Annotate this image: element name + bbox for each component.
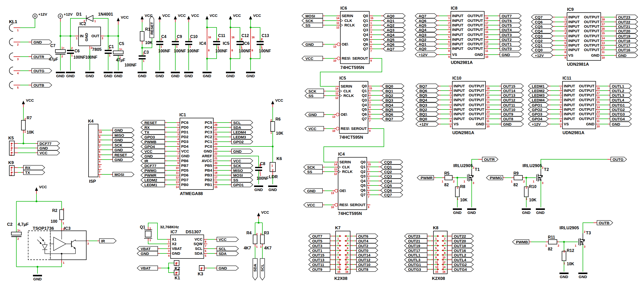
net-flag-label: PWMG: [490, 176, 502, 180]
gnd-label: GND: [138, 74, 146, 78]
pin-number: 15: [602, 32, 605, 35]
text-label: 1: [24, 130, 26, 133]
net-flag-label: CQ4: [384, 179, 392, 183]
gnd-label: GND: [268, 188, 277, 192]
vcc-arrow: [257, 213, 260, 216]
pin-name: INPUT: [564, 117, 575, 121]
text-label: C2: [7, 222, 13, 227]
capacitor-polarized-plate: [11, 232, 21, 235]
gnd-label: GND: [560, 275, 568, 279]
pin-name: Q7: [362, 117, 367, 121]
pin-number: 1: [565, 18, 566, 21]
text-label: 100NF: [259, 49, 271, 53]
net-flag-label: OUTG4: [454, 267, 467, 272]
pin-number: 14: [336, 17, 340, 20]
net-flag-label: VCC: [233, 159, 241, 163]
text-label: 2: [63, 228, 64, 231]
net-flag-label: CQ1: [384, 165, 392, 169]
pin-number: 1: [17, 29, 19, 32]
capacitor-plate: [257, 41, 264, 42]
net-flag-label: OUTL4: [454, 258, 466, 262]
pin-name: INPUT: [454, 93, 465, 97]
net-flag-label: AQ5: [419, 23, 426, 27]
pin-number: 1: [435, 237, 437, 240]
text-label: 8: [231, 49, 233, 52]
pin-name: OUTPUT: [579, 112, 594, 116]
cap-pin-number: 1+: [17, 229, 21, 232]
net-flag-label: CQ3: [535, 34, 543, 38]
pin-number: 15: [369, 87, 372, 90]
net-flag-label: OUT5: [502, 23, 512, 27]
net-flag-label: OUTL3: [408, 258, 420, 262]
net-flag-label: GPO2: [532, 107, 542, 112]
gnd-label: GND: [66, 74, 75, 78]
resistor-body: [60, 210, 64, 220]
pin-number: 13: [331, 192, 334, 195]
vcc-label: VCC: [121, 15, 129, 19]
ic-subtitle: UDN2981A: [567, 62, 589, 67]
pin-number: 10: [176, 166, 179, 169]
vcc-label: VCC: [253, 13, 261, 18]
pin-name: OUTPUT: [579, 98, 594, 102]
pin-number: 19: [214, 166, 217, 169]
net-flag-label: OUTG: [613, 157, 623, 162]
pin-number: 4: [369, 106, 371, 109]
junction-dot: [457, 177, 458, 179]
pin-number: 10: [333, 59, 336, 62]
text-label: R9: [513, 171, 519, 175]
net-flag-label: +12V: [535, 53, 544, 58]
pin-number: 6: [450, 110, 451, 113]
pin-number: 8: [560, 120, 561, 123]
pin-number: 2: [450, 91, 451, 94]
pin-name: IN: [80, 34, 84, 38]
pin-name: GND: [181, 154, 190, 158]
pin-name: OUTPUT: [469, 107, 484, 111]
gnd-symbol: [226, 72, 235, 73]
pin-number: 2: [177, 128, 179, 131]
p12v-label: +12V: [64, 12, 72, 16]
pin-name: PC4: [205, 125, 212, 129]
pin-name: SEROUT: [351, 126, 367, 131]
pin-number: 16: [442, 270, 446, 273]
net-flag-label: AQ1: [387, 19, 394, 23]
net-flag-label: OUT14: [503, 89, 515, 93]
gnd-symbol: [138, 72, 147, 73]
net-flag-label: CQ5: [535, 24, 543, 29]
net-flag-label: RX: [144, 125, 150, 130]
pin-number: 10: [602, 56, 605, 59]
text-label: C1: [109, 45, 114, 49]
pin-number: 3: [99, 165, 100, 168]
pin-name: CLK: [342, 165, 350, 169]
resistor-body: [140, 31, 144, 41]
net-flag-label: OUT1: [312, 248, 322, 253]
net-flag-label: GND: [308, 113, 317, 117]
pin-name: INPUT: [568, 39, 580, 43]
pin-name: OUTPUT: [579, 84, 594, 88]
pin-name: OUTPUT: [584, 24, 599, 28]
pin-number: 3: [450, 96, 451, 99]
pin-name: INPUT: [454, 88, 465, 93]
capacitor-plate: [236, 44, 244, 45]
pin-number: 15: [597, 101, 600, 104]
pin-name: Q0: [363, 14, 368, 18]
text-label: Q1: [140, 225, 145, 229]
pin-number: 13: [176, 181, 179, 184]
diode-triangle: [87, 15, 93, 21]
pin-name: SDA: [194, 251, 203, 255]
net-flag-label: LEDM2: [144, 178, 157, 182]
net-flag-label: OUT19: [618, 34, 630, 38]
text-label: 47µF: [49, 57, 58, 61]
text-label: 2: [453, 180, 455, 183]
text-label: R5: [444, 171, 450, 175]
text-label: IC6: [243, 41, 250, 46]
text-label: 2: [558, 244, 559, 247]
junction-dot: [206, 27, 208, 28]
gnd-label: GND: [536, 210, 545, 215]
capacitor-plate: [67, 53, 74, 54]
capacitor-plate: [236, 41, 244, 42]
text-label: IC4: [199, 41, 206, 46]
text-label: 1: [175, 263, 177, 266]
pin-number: 2: [370, 26, 372, 29]
pin-number: 2: [168, 245, 170, 248]
text-label: 2: [256, 233, 258, 236]
